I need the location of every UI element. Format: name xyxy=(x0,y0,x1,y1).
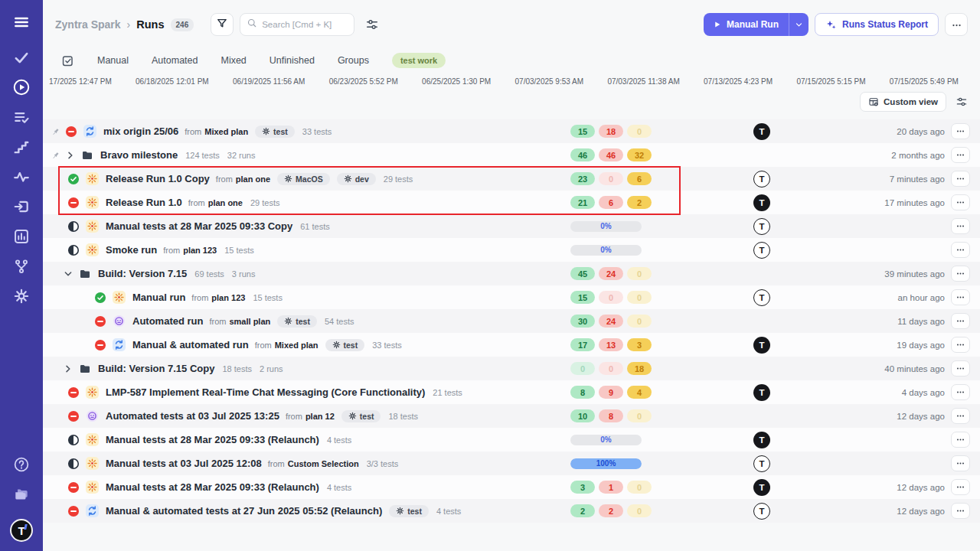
run-name[interactable]: Manual tests at 28 Mar 2025 09:33 Copy xyxy=(106,220,292,232)
tag-badge[interactable]: test xyxy=(325,339,365,351)
tag-badge[interactable]: dev xyxy=(337,173,376,185)
tag-badge[interactable]: test xyxy=(255,126,295,138)
user-avatar[interactable]: T xyxy=(753,218,770,235)
run-name[interactable]: Release Run 1.0 xyxy=(106,197,182,208)
run-row[interactable]: Manual tests at 03 Jul 2025 12:08fromCus… xyxy=(43,452,980,475)
source-plan[interactable]: plan 123 xyxy=(211,293,245,302)
row-more-button[interactable] xyxy=(951,479,970,495)
list-check-icon[interactable] xyxy=(13,109,30,126)
source-plan[interactable]: plan one xyxy=(236,174,270,184)
manual-run-button[interactable]: Manual Run xyxy=(704,13,789,36)
row-more-button[interactable] xyxy=(951,432,970,448)
row-more-button[interactable] xyxy=(951,337,970,353)
bar-chart-icon[interactable] xyxy=(13,228,30,245)
source-plan[interactable]: small plan xyxy=(229,317,270,326)
source-plan[interactable]: plan one xyxy=(208,198,243,207)
run-row[interactable]: Release Run 1.0 Copyfromplan oneMacOSdev… xyxy=(43,167,980,191)
row-more-button[interactable] xyxy=(951,218,970,234)
row-more-button[interactable] xyxy=(951,242,970,258)
run-row[interactable]: Automated runfromsmall plantest54 tests3… xyxy=(43,309,980,333)
tag-badge[interactable]: test xyxy=(389,505,429,517)
row-more-button[interactable] xyxy=(951,266,970,282)
gear-icon[interactable] xyxy=(13,288,30,305)
user-avatar[interactable]: T xyxy=(753,289,770,306)
breadcrumb-project[interactable]: Zyntra Spark xyxy=(55,18,121,31)
run-row[interactable]: Automated tests at 03 Jul 2025 13:25from… xyxy=(43,404,980,428)
active-filter-pill[interactable]: test work xyxy=(392,53,446,68)
row-more-button[interactable] xyxy=(951,503,970,519)
user-avatar[interactable]: T xyxy=(753,479,770,496)
header-more-button[interactable] xyxy=(945,13,968,36)
run-name[interactable]: Automated tests at 03 Jul 2025 13:25 xyxy=(106,410,279,422)
row-more-button[interactable] xyxy=(951,360,970,377)
chevron-down-icon[interactable] xyxy=(63,269,74,279)
run-row[interactable]: Manual tests at 28 Mar 2025 09:33 Copy61… xyxy=(43,214,980,238)
row-more-button[interactable] xyxy=(951,194,970,210)
run-row[interactable]: Smoke runfromplan 12315 tests0%T xyxy=(43,238,980,262)
runs-status-report-button[interactable]: Runs Status Report xyxy=(815,13,939,36)
row-more-button[interactable] xyxy=(951,313,970,329)
row-more-button[interactable] xyxy=(951,384,970,400)
run-name[interactable]: mix origin 25/06 xyxy=(103,126,178,137)
select-runs-icon[interactable] xyxy=(61,54,74,67)
run-row[interactable]: Manual & automated runfromMixed plantest… xyxy=(43,333,980,357)
row-more-button[interactable] xyxy=(951,123,970,139)
user-avatar[interactable]: T xyxy=(753,194,770,211)
tab-groups[interactable]: Groups xyxy=(338,55,369,66)
run-name[interactable]: Smoke run xyxy=(106,244,157,256)
git-branch-icon[interactable] xyxy=(13,258,30,275)
view-settings-icon[interactable] xyxy=(956,96,968,108)
folder-name[interactable]: Bravo milestone xyxy=(100,149,178,161)
run-row[interactable]: Manual tests at 28 Mar 2025 09:33 (Relau… xyxy=(43,428,980,452)
search-settings-icon[interactable] xyxy=(365,18,379,31)
menu-icon[interactable] xyxy=(13,14,30,31)
search-box[interactable] xyxy=(240,13,354,36)
user-avatar[interactable]: T xyxy=(753,337,770,354)
custom-view-button[interactable]: Custom view xyxy=(860,92,946,112)
run-row[interactable]: Release Run 1.0fromplan one29 tests2162T… xyxy=(43,191,980,214)
run-row[interactable]: Manual runfromplan 12315 tests1500Tan ho… xyxy=(43,285,980,309)
tab-manual[interactable]: Manual xyxy=(97,55,129,66)
folder-row[interactable]: Build: Version 7.1569 tests3 runs4524039… xyxy=(43,262,980,285)
run-row[interactable]: Manual & automated tests at 27 Jun 2025 … xyxy=(43,499,980,523)
search-input[interactable] xyxy=(262,20,348,29)
tab-automated[interactable]: Automated xyxy=(152,55,198,66)
run-name[interactable]: Release Run 1.0 Copy xyxy=(106,173,210,184)
check-icon[interactable] xyxy=(13,49,30,66)
source-plan[interactable]: Mixed plan xyxy=(204,127,248,136)
row-more-button[interactable] xyxy=(951,289,970,305)
user-avatar[interactable]: T xyxy=(753,242,770,259)
folder-row[interactable]: Bravo milestone124 tests32 runs4646322 m… xyxy=(43,143,980,167)
run-row[interactable]: mix origin 25/06fromMixed plantest33 tes… xyxy=(43,119,980,143)
row-more-button[interactable] xyxy=(951,408,970,424)
workspace-logo-avatar[interactable]: T xyxy=(10,519,33,542)
chevron-right-icon[interactable] xyxy=(65,150,76,161)
user-avatar[interactable]: T xyxy=(753,171,770,187)
steps-icon[interactable] xyxy=(13,139,30,155)
source-plan[interactable]: Mixed plan xyxy=(275,341,318,350)
source-plan[interactable]: plan 12 xyxy=(305,412,335,421)
run-name[interactable]: Manual & automated run xyxy=(132,339,249,350)
run-name[interactable]: Manual & automated tests at 27 Jun 2025 … xyxy=(106,505,382,517)
source-plan[interactable]: Custom Selection xyxy=(288,459,359,468)
run-name[interactable]: LMP-587 Implement Real-Time Chat Messagi… xyxy=(106,386,425,398)
user-avatar[interactable]: T xyxy=(753,123,770,140)
manual-run-split-button[interactable]: Manual Run xyxy=(704,13,808,36)
chevron-right-icon[interactable] xyxy=(63,364,74,374)
run-name[interactable]: Manual run xyxy=(132,292,185,303)
import-icon[interactable] xyxy=(13,198,30,215)
run-name[interactable]: Automated run xyxy=(132,315,203,327)
play-circle-icon[interactable] xyxy=(13,79,30,96)
user-avatar[interactable]: T xyxy=(753,503,770,520)
tab-mixed[interactable]: Mixed xyxy=(220,55,246,66)
row-more-button[interactable] xyxy=(951,455,970,471)
run-row[interactable]: Manual tests at 28 Mar 2025 09:33 (Relau… xyxy=(43,475,980,499)
user-avatar[interactable]: T xyxy=(753,455,770,472)
tag-badge[interactable]: test xyxy=(341,410,381,422)
source-plan[interactable]: plan 123 xyxy=(183,246,217,255)
run-name[interactable]: Manual tests at 28 Mar 2025 09:33 (Relau… xyxy=(106,434,319,445)
filter-button[interactable] xyxy=(211,13,234,36)
run-name[interactable]: Manual tests at 28 Mar 2025 09:33 (Relau… xyxy=(106,481,319,493)
folder-name[interactable]: Build: Version 7.15 xyxy=(98,268,187,279)
run-name[interactable]: Manual tests at 03 Jul 2025 12:08 xyxy=(106,458,262,469)
